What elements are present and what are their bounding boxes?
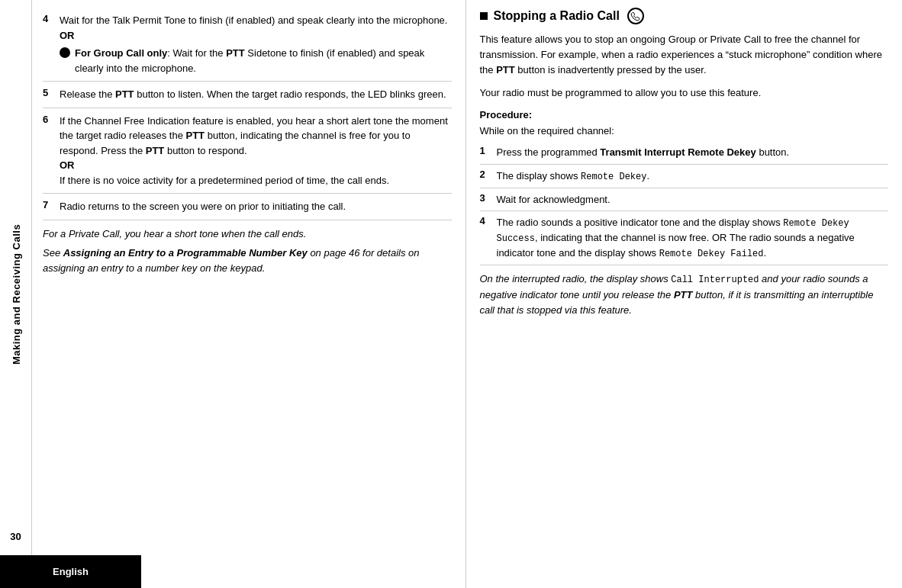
phone-icon xyxy=(627,8,644,24)
step-6-content: If the Channel Free Indication feature i… xyxy=(60,114,452,188)
left-column: 4 Wait for the Talk Permit Tone to finis… xyxy=(32,0,466,588)
right-description-1: This feature allows you to stop an ongoi… xyxy=(480,32,889,78)
section-heading: Stopping a Radio Call xyxy=(480,8,889,24)
step-5-content: Release the PTT button to listen. When t… xyxy=(60,87,452,102)
step-4-content: Wait for the Talk Permit Tone to finish … xyxy=(60,13,452,76)
page-number: 30 xyxy=(10,531,21,542)
step-5: 5 Release the PTT button to listen. When… xyxy=(43,82,452,108)
step-4-group-note: For Group Call only: Wait for the PTT Si… xyxy=(60,46,452,76)
right-italic-note: On the interrupted radio, the display sh… xyxy=(480,272,889,318)
right-step-3-content: Wait for acknowledgment. xyxy=(497,192,889,207)
right-step-2-number: 2 xyxy=(480,169,492,180)
right-step-1: 1 Press the programmed Transmit Interrup… xyxy=(480,141,889,165)
procedure-label: Procedure: xyxy=(480,109,889,120)
english-badge: English xyxy=(0,555,141,588)
right-step-1-number: 1 xyxy=(480,145,492,156)
step-4: 4 Wait for the Talk Permit Tone to finis… xyxy=(43,8,452,82)
step-4-group-text: For Group Call only: Wait for the PTT Si… xyxy=(75,46,452,76)
right-step-2-content: The display shows Remote Dekey. xyxy=(497,169,889,184)
step-7-number: 7 xyxy=(43,199,55,210)
step-7: 7 Radio returns to the screen you were o… xyxy=(43,194,452,220)
step-6: 6 If the Channel Free Indication feature… xyxy=(43,108,452,194)
italic-note-1: For a Private Call, you hear a short ton… xyxy=(43,227,452,242)
right-step-3: 3 Wait for acknowledgment. xyxy=(480,188,889,212)
call-interrupted-mono: Call Interrupted xyxy=(671,275,759,285)
section-bullet-icon xyxy=(480,12,488,20)
step-4-or: OR xyxy=(60,28,452,43)
right-step-2: 2 The display shows Remote Dekey. xyxy=(480,165,889,188)
right-step-3-number: 3 xyxy=(480,192,492,204)
italic-note-2: See Assigning an Entry to a Programmable… xyxy=(43,246,452,275)
right-step-4-number: 4 xyxy=(480,215,492,227)
right-description-2: Your radio must be programmed to allow y… xyxy=(480,85,889,101)
right-step-4: 4 The radio sounds a positive indicator … xyxy=(480,211,889,265)
english-badge-label: English xyxy=(53,566,89,577)
step-6-or: OR xyxy=(60,158,452,173)
remote-dekey-mono: Remote Dekey xyxy=(581,172,646,182)
procedure-intro: While on the required channel: xyxy=(480,124,889,139)
step-7-content: Radio returns to the screen you were on … xyxy=(60,199,452,214)
step-6-number: 6 xyxy=(43,114,55,125)
right-column: Stopping a Radio Call This feature allow… xyxy=(466,0,903,588)
right-step-4-content: The radio sounds a positive indicator to… xyxy=(497,215,889,261)
section-title: Stopping a Radio Call xyxy=(494,9,620,23)
remote-dekey-success-mono: Remote Dekey Success xyxy=(497,218,849,244)
sidebar: Making and Receiving Calls 30 English xyxy=(0,0,32,588)
right-step-4-or: OR xyxy=(712,232,727,243)
bullet-circle-icon xyxy=(60,47,70,58)
remote-dekey-failed-mono: Remote Dekey Failed xyxy=(659,249,764,259)
step-5-number: 5 xyxy=(43,87,55,98)
sidebar-chapter-label: Making and Receiving Calls xyxy=(10,223,21,364)
main-content: 4 Wait for the Talk Permit Tone to finis… xyxy=(32,0,902,588)
step-4-number: 4 xyxy=(43,13,55,24)
right-step-1-content: Press the programmed Transmit Interrupt … xyxy=(497,145,889,160)
